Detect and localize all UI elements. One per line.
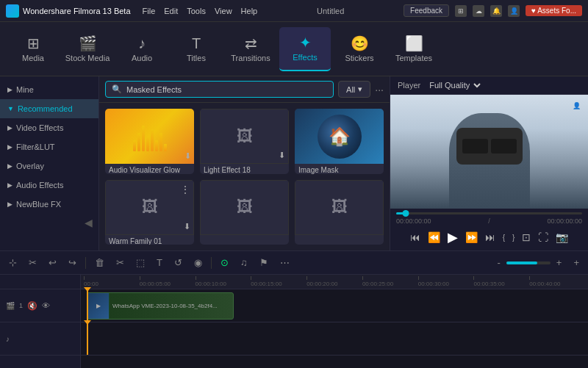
tl-delete-button[interactable]: 🗑 xyxy=(92,256,107,270)
tl-zoom-control: - + xyxy=(494,256,564,270)
track-1-eye[interactable]: 👁 xyxy=(42,301,50,310)
toolbar-audio[interactable]: ♪ Audio xyxy=(116,27,168,71)
menu-edit[interactable]: Edit xyxy=(164,7,178,15)
templates-label: Templates xyxy=(395,54,432,62)
step-forward-button[interactable]: ⏩ xyxy=(465,231,478,243)
mark-in-button[interactable]: { xyxy=(503,234,505,242)
menu-file[interactable]: File xyxy=(143,7,156,15)
clip-thumbnail: ▶ xyxy=(87,293,110,319)
menu-help[interactable]: Help xyxy=(241,7,258,15)
effect-label-2: Light Effect 18 xyxy=(200,164,289,174)
tl-undo-button[interactable]: ↩ xyxy=(46,256,60,270)
effect-card-6[interactable]: 🖼 xyxy=(295,180,384,245)
quality-select[interactable]: Full Quality Half Quality xyxy=(426,80,483,90)
search-input[interactable] xyxy=(126,85,327,94)
effect-card-audio-visualizer-glow[interactable]: ⬇ Audio Visualizer Glow xyxy=(105,109,194,174)
toolbar-titles[interactable]: T Titles xyxy=(171,27,222,71)
effect-label-5 xyxy=(200,235,289,241)
step-back-button[interactable]: ⏪ xyxy=(428,231,440,243)
playhead xyxy=(87,289,88,322)
filter-button[interactable]: All ▾ xyxy=(338,81,370,98)
menu-tools[interactable]: Tools xyxy=(187,7,206,15)
sidebar-item-recommended[interactable]: ▼ Recommended xyxy=(0,99,98,118)
media-label: Media xyxy=(22,54,44,62)
tl-zoom-in-button[interactable]: + xyxy=(553,256,565,270)
feedback-button[interactable]: Feedback xyxy=(404,4,449,17)
fullscreen-button[interactable]: ⛶ xyxy=(538,231,548,243)
time-separator: / xyxy=(488,217,490,225)
crop-button[interactable]: ⊡ xyxy=(522,231,531,243)
ruler-mark-2: 00:00:10:00 xyxy=(196,281,251,287)
skip-back-button[interactable]: ⏮ xyxy=(410,231,420,243)
assets-button[interactable]: ♥ Assets Fo... xyxy=(526,5,582,16)
menu-view[interactable]: View xyxy=(215,7,232,15)
chevron-right-icon: ▶ xyxy=(7,86,12,93)
sidebar-collapse-icon[interactable]: ◀ xyxy=(85,217,93,228)
tl-split-button[interactable]: ✂ xyxy=(113,256,127,270)
tl-rotate-button[interactable]: ↺ xyxy=(171,256,185,270)
stock-media-label: Stock Media xyxy=(65,54,110,62)
tl-crop-button[interactable]: ⬚ xyxy=(133,256,148,270)
titlebar-right: Feedback ⊞ ☁ 🔔 👤 ♥ Assets Fo... xyxy=(404,4,582,17)
effect-thumb-6: 🖼 xyxy=(295,180,384,235)
video-clip[interactable]: ▶ WhatsApp VME-2023-10-08-35_4b2f4... xyxy=(87,292,234,320)
tl-snap-button[interactable]: ⊙ xyxy=(218,256,232,270)
tl-marker-button[interactable]: ⚑ xyxy=(257,256,271,270)
sidebar-item-audio-effects[interactable]: ▶ Audio Effects xyxy=(0,176,98,195)
toolbar-effects[interactable]: ✦ Effects xyxy=(279,27,331,71)
effect-label-6 xyxy=(295,235,384,241)
toolbar-media[interactable]: ⊞ Media xyxy=(7,27,59,71)
play-button[interactable]: ▶ xyxy=(448,229,458,245)
mark-out-button[interactable]: } xyxy=(512,234,514,242)
image-placeholder-icon: 🖼 xyxy=(237,127,253,146)
sidebar-video-effects-label: Video Effects xyxy=(16,123,63,132)
tl-select-tool[interactable]: ⊹ xyxy=(6,256,20,270)
sidebar-item-filter-lut[interactable]: ▶ Filter&LUT xyxy=(0,137,98,156)
toolbar-templates[interactable]: ⬜ Templates xyxy=(388,27,440,71)
tl-redo-button[interactable]: ↪ xyxy=(65,256,79,270)
tl-record-button[interactable]: ◉ xyxy=(191,256,205,270)
stickers-icon: 😊 xyxy=(351,36,369,51)
transitions-label: Transitions xyxy=(231,54,270,62)
sidebar-item-overlay[interactable]: ▶ Overlay xyxy=(0,156,98,176)
effect-card-5[interactable]: 🖼 xyxy=(200,180,289,245)
titles-label: Titles xyxy=(187,54,206,62)
sidebar-item-video-effects[interactable]: ▶ Video Effects xyxy=(0,118,98,137)
effect-card-warm-family-01[interactable]: 🖼 ⬇ ⋮ Warm Family 01 xyxy=(105,180,194,245)
toolbar-stock-media[interactable]: 🎬 Stock Media xyxy=(62,27,113,71)
sidebar-item-newblue-fx[interactable]: ▶ NewBlue FX xyxy=(0,195,98,214)
sidebar-filter-lut-label: Filter&LUT xyxy=(16,142,55,151)
timeline-content: 🎬 1 🔇 👁 ♪ 00:00 00:00:05:00 00:00:10:00 … xyxy=(0,275,588,368)
tl-ripple-button[interactable]: ♫ xyxy=(237,256,251,270)
media-icon: ⊞ xyxy=(27,36,40,51)
snapshot-button[interactable]: 📷 xyxy=(556,231,568,243)
user-icon: 👤 xyxy=(508,5,520,17)
search-icon: 🔍 xyxy=(112,84,122,94)
stickers-label: Stickers xyxy=(345,54,373,62)
progress-bar[interactable] xyxy=(396,212,582,214)
track-row-2 xyxy=(81,322,588,356)
effect-label: Audio Visualizer Glow xyxy=(105,164,194,174)
toolbar-stickers[interactable]: 😊 Stickers xyxy=(334,27,385,71)
clip-label: WhatsApp VME-2023-10-08-35_4b2f4... xyxy=(110,301,220,311)
ruler-marks: 00:00 00:00:05:00 00:00:10:00 00:00:15:0… xyxy=(81,281,588,287)
chevron-right-icon-4: ▶ xyxy=(7,162,12,170)
tl-trim-tool[interactable]: ✂ xyxy=(26,256,40,270)
tl-text-button[interactable]: T xyxy=(154,256,165,270)
effect-card-light-effect-18[interactable]: 🖼 ⬇ Light Effect 18 xyxy=(200,109,289,174)
sidebar-item-mine[interactable]: ▶ Mine xyxy=(0,80,98,99)
tl-zoom-out-button[interactable]: - xyxy=(494,256,503,270)
toolbar-transitions[interactable]: ⇄ Transitions xyxy=(225,27,276,71)
search-box[interactable]: 🔍 xyxy=(105,81,334,98)
chevron-right-icon-6: ▶ xyxy=(7,201,12,208)
tl-add-track-button[interactable]: + xyxy=(570,256,582,270)
effect-card-image-mask[interactable]: 🏠 Image Mask xyxy=(295,109,384,174)
skip-forward-button[interactable]: ⏭ xyxy=(485,231,495,243)
download-icon-2: ⬇ xyxy=(279,151,285,160)
track-1-mute[interactable]: 🔇 xyxy=(27,301,37,311)
chevron-right-icon-5: ▶ xyxy=(7,181,12,189)
tl-more-button[interactable]: ⋯ xyxy=(277,256,293,270)
lighthouse-circle: 🏠 xyxy=(318,115,362,159)
more-options-button[interactable]: ··· xyxy=(375,84,384,95)
zoom-track[interactable] xyxy=(506,261,551,264)
